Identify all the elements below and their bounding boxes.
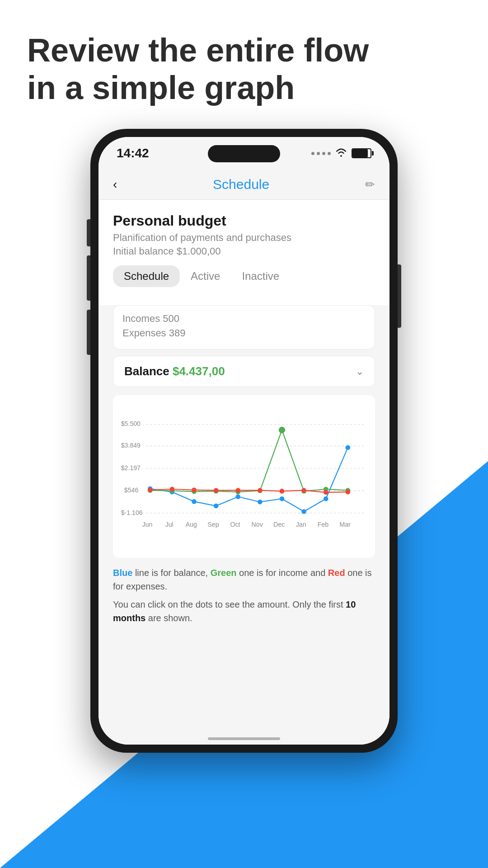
dot-red-jun[interactable] <box>148 487 153 492</box>
dot-red-aug[interactable] <box>192 487 197 492</box>
budget-initial-balance: Initial balance $1.000,00 <box>113 245 375 257</box>
svg-text:Sep: Sep <box>207 521 219 528</box>
svg-text:Jun: Jun <box>142 521 153 528</box>
svg-text:$546: $546 <box>124 486 139 494</box>
dot-blue-sep[interactable] <box>214 504 219 509</box>
chart-area: $5.500 $3.849 $2.197 $546 $-1.106 <box>113 395 375 558</box>
nav-bar: ‹ Schedule ✏ <box>99 170 389 200</box>
svg-text:Jan: Jan <box>296 521 306 528</box>
balance-label: Balance $4.437,00 <box>124 364 225 378</box>
budget-subtitle: Planification of payments and purchases <box>113 232 375 244</box>
page-title: Review the entire flow in a simple graph <box>27 32 369 107</box>
svg-text:Jul: Jul <box>165 521 174 528</box>
dot-blue-aug[interactable] <box>192 499 197 504</box>
phone-body: 14:42 <box>90 129 398 753</box>
side-button-power <box>398 264 401 328</box>
svg-text:Aug: Aug <box>186 521 197 528</box>
edit-button[interactable]: ✏ <box>365 178 375 192</box>
dot-red-oct[interactable] <box>235 488 240 493</box>
dot-red-nov[interactable] <box>258 488 263 493</box>
legend-line1: Blue line is for balance, Green one is f… <box>113 566 375 593</box>
svg-text:$3.849: $3.849 <box>121 442 141 449</box>
legend-line2-suffix: are shown. <box>148 613 192 623</box>
chart-container: $5.500 $3.849 $2.197 $546 $-1.106 <box>120 404 368 553</box>
signal-dots-icon <box>311 152 331 155</box>
dot-red-mar[interactable] <box>346 490 351 495</box>
legend-red-label: Red <box>328 568 345 578</box>
legend-line2-prefix: You can click on the dots to see the amo… <box>113 599 346 609</box>
main-content-header: Personal budget Planification of payment… <box>99 200 389 305</box>
home-indicator <box>208 737 280 740</box>
phone-mockup: 14:42 <box>90 129 398 753</box>
dot-green-dec[interactable] <box>279 427 285 433</box>
battery-icon <box>352 148 371 158</box>
balance-value: $4.437,00 <box>173 364 225 378</box>
dot-blue-mar[interactable] <box>346 445 351 450</box>
legend-line1-text2: one is for income and <box>239 568 328 578</box>
phone-screen: 14:42 <box>99 137 389 745</box>
page-title-area: Review the entire flow in a simple graph <box>27 32 369 107</box>
legend-line2: You can click on the dots to see the amo… <box>113 598 375 625</box>
chevron-down-icon: ⌄ <box>356 366 364 377</box>
expenses-row: Expenses 389 <box>122 327 366 339</box>
dot-red-jan[interactable] <box>301 488 306 493</box>
svg-text:Nov: Nov <box>252 521 263 528</box>
summary-card: Incomes 500 Expenses 389 <box>113 305 375 349</box>
svg-text:$2.197: $2.197 <box>121 464 141 472</box>
svg-text:Oct: Oct <box>230 521 240 528</box>
legend-area: Blue line is for balance, Green one is f… <box>99 558 389 625</box>
tab-active[interactable]: Active <box>180 265 231 287</box>
dot-blue-dec[interactable] <box>280 496 285 501</box>
budget-title: Personal budget <box>113 212 375 229</box>
svg-text:Mar: Mar <box>339 521 351 528</box>
status-icons <box>311 147 371 159</box>
dot-blue-jan[interactable] <box>301 509 306 514</box>
screen-content: ‹ Schedule ✏ Personal budget Planificati… <box>99 170 389 745</box>
dot-blue-oct[interactable] <box>235 494 240 499</box>
dynamic-island <box>208 145 280 162</box>
svg-text:$-1.106: $-1.106 <box>121 509 143 516</box>
legend-green-label: Green <box>211 568 237 578</box>
nav-title: Schedule <box>213 177 269 192</box>
status-time: 14:42 <box>117 146 149 160</box>
dot-red-feb[interactable] <box>324 490 328 495</box>
legend-blue-label: Blue <box>113 568 132 578</box>
tabs-container: Schedule Active Inactive <box>113 265 375 287</box>
chart-svg: $5.500 $3.849 $2.197 $546 $-1.106 <box>120 404 368 553</box>
svg-text:$5.500: $5.500 <box>121 420 141 427</box>
incomes-row: Incomes 500 <box>122 313 366 325</box>
tab-inactive[interactable]: Inactive <box>231 265 290 287</box>
dot-red-sep[interactable] <box>214 488 219 493</box>
back-button[interactable]: ‹ <box>113 177 117 192</box>
side-button-volume-down <box>87 255 90 301</box>
side-button-silent <box>87 310 90 355</box>
side-button-volume-up <box>87 219 90 246</box>
svg-text:Dec: Dec <box>273 521 285 528</box>
dot-red-jul[interactable] <box>170 487 175 492</box>
dot-blue-feb[interactable] <box>324 496 328 501</box>
svg-text:Feb: Feb <box>318 521 328 528</box>
legend-line1-text1: line is for balance, <box>135 568 211 578</box>
balance-row[interactable]: Balance $4.437,00 ⌄ <box>113 356 375 387</box>
dot-red-dec[interactable] <box>280 489 285 494</box>
wifi-icon <box>334 147 348 159</box>
tab-schedule[interactable]: Schedule <box>113 265 180 287</box>
dot-blue-nov[interactable] <box>258 500 263 505</box>
